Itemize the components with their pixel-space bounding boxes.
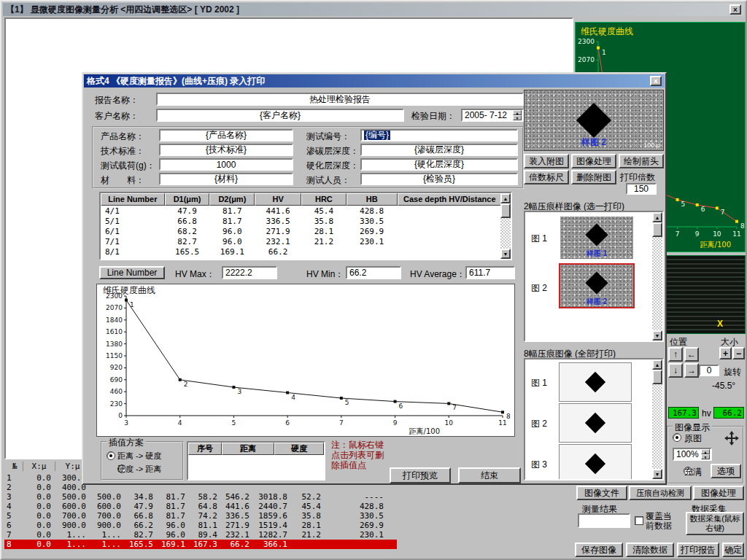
move-up-button[interactable]: ↑ (668, 347, 683, 362)
table-row[interactable]: 5/166.881.7336.535.8330.5 (101, 216, 502, 226)
scroll-down-button[interactable]: ▼ (652, 330, 662, 341)
product-name-field[interactable]: {产品名称} (159, 129, 293, 141)
indent-list-item3[interactable] (559, 444, 632, 481)
test-number-field[interactable]: {编号} (360, 129, 518, 141)
table-row[interactable]: 80.01...1...165.5169.1167.366.2366.1 (4, 540, 397, 549)
sample-list-item1[interactable]: 样图 1 (559, 215, 635, 260)
table-row[interactable]: 8/1165.5169.166.2 (101, 246, 502, 257)
interp-table[interactable]: 序号距离硬度 (187, 441, 325, 481)
scroll-up-button[interactable]: ▲ (500, 193, 511, 203)
image-process-label: 图像处理 (701, 487, 736, 499)
date-spin-down-icon[interactable]: ▼ (513, 115, 522, 120)
indent-list-scrollbar[interactable]: ▲ ▼ (652, 359, 662, 479)
results-grid-header-row[interactable]: Line NumberD1(μm)D2(μm)HVHRCHBCase depth… (101, 193, 502, 206)
sample-image-caption: 样图 2 (525, 136, 663, 149)
table-cell: 1519.4 (254, 521, 292, 530)
pan-move-icon[interactable] (724, 430, 740, 446)
move-right-button[interactable]: → (684, 363, 699, 378)
table-cell: 269.9 (347, 227, 398, 236)
sample-list-item2-selected[interactable]: 样图 2 (559, 263, 635, 308)
scrollbar-thumb[interactable] (652, 222, 662, 237)
original-image-radio[interactable] (673, 433, 681, 442)
hv-max-field[interactable]: 2222.2 (222, 266, 277, 279)
ok-button[interactable]: 确定 (722, 542, 744, 557)
print-scale-field[interactable]: 150 (626, 183, 657, 195)
scale-ruler-button[interactable]: 倍数标尺 (524, 170, 569, 184)
table-row[interactable]: 7/182.796.0232.121.2230.1 (101, 236, 502, 246)
tech-standard-field[interactable]: {技术标准} (159, 144, 293, 156)
spin-down-icon[interactable]: ▼ (701, 454, 710, 459)
hv-min-field[interactable]: 66.2 (346, 266, 401, 279)
scrollbar-track[interactable] (652, 222, 662, 330)
table-row[interactable]: 6/168.296.0271.928.1269.9 (101, 226, 502, 236)
table-cell: 336.5 (222, 511, 254, 521)
load-attach-image-button[interactable]: 装入附图 (524, 154, 569, 168)
scroll-down-button[interactable]: ▼ (652, 469, 662, 479)
table-cell: 52.2 (292, 492, 325, 502)
table-row[interactable]: 60.0900.0900.066.296.081.1271.91519.428.… (4, 521, 397, 530)
date-spin-up-icon[interactable]: ▲ (513, 110, 522, 115)
scrollbar-track[interactable] (652, 370, 662, 469)
size-decrease-button[interactable]: − (732, 347, 745, 359)
image-process-button-dialog[interactable]: 图像处理 (571, 154, 616, 168)
options-button[interactable]: 选项 (711, 464, 741, 478)
image-process-button[interactable]: 图像处理 (693, 486, 744, 500)
spin-up-icon[interactable]: ▲ (701, 449, 710, 454)
results-grid-body: 4/147.981.7441.645.4428.85/166.881.7336.… (101, 206, 502, 257)
tester-field[interactable]: {检验员} (360, 173, 518, 185)
clear-data-button[interactable]: 清除数据 (626, 542, 674, 557)
rotate-value-field[interactable]: 0 (699, 365, 719, 376)
acquire-data-button[interactable]: 数据采集(鼠标右键) (686, 512, 744, 535)
table-row[interactable]: 40.0600.0600.047.981.764.8441.62440.745.… (4, 502, 397, 511)
inspect-date-field[interactable]: 2005- 7-12 ▲ ▼ (461, 109, 524, 122)
hv-average-value: 611.7 (469, 268, 490, 278)
image-file-button[interactable]: 图像文件 (576, 486, 627, 500)
date-spinner[interactable]: ▲ ▼ (513, 110, 522, 120)
draw-arrow-button[interactable]: 绘制箭头 (619, 154, 664, 168)
report-name-field[interactable]: 热处理检验报告 (156, 93, 524, 106)
scrollbar-thumb[interactable] (652, 370, 662, 384)
scrollbar-track[interactable] (500, 203, 511, 249)
sample-list-scrollbar[interactable]: ▲ ▼ (652, 212, 662, 341)
results-grid-scrollbar[interactable]: ▲ ▼ (500, 193, 511, 259)
indent-auto-detect-button[interactable]: 压痕自动检测 (629, 486, 692, 500)
inspect-date-label: 检验日期： (411, 110, 455, 122)
dialog-close-button[interactable]: × (650, 76, 662, 86)
table-row[interactable]: 30.0500.0500.034.881.758.2546.23018.852.… (4, 492, 397, 502)
main-close-button[interactable]: × (729, 4, 741, 15)
scroll-up-button[interactable]: ▲ (652, 212, 662, 222)
line-number-button[interactable]: Line Number (99, 266, 165, 279)
hv-average-field[interactable]: 611.7 (465, 266, 515, 279)
end-button[interactable]: 结束 (458, 467, 521, 483)
save-image-button[interactable]: 保存图像 (575, 542, 623, 557)
hardness-curve-chart-box: 维氏硬度曲线2300207018401610138011509206904602… (96, 284, 515, 437)
overwrite-checkbox[interactable] (635, 516, 643, 525)
delete-attach-image-button[interactable]: 删除附图 (571, 170, 616, 184)
print-report-button[interactable]: 打印报告 (677, 542, 719, 557)
hardened-depth-field[interactable]: {硬化层深度} (360, 158, 518, 171)
table-cell: 47.9 (125, 502, 158, 511)
interp-distance-to-hardness-radio[interactable] (107, 451, 115, 460)
indent-list-item1[interactable] (559, 362, 632, 402)
table-row[interactable]: 70.01...1...82.796.089.4232.11282.721.22… (4, 530, 397, 540)
sample-image[interactable]: 样图 2 100 μ (524, 90, 664, 151)
scroll-down-button[interactable]: ▼ (500, 249, 511, 259)
table-row[interactable]: 50.0700.0700.066.881.774.2336.51859.635.… (4, 511, 397, 521)
customer-name-field[interactable]: {客户名称} (156, 109, 404, 122)
carburized-depth-field[interactable]: {渗碳层深度} (360, 144, 518, 156)
size-increase-button[interactable]: + (719, 347, 732, 359)
indent-list-item2[interactable] (559, 403, 632, 443)
zoom-spinner[interactable]: ▲ ▼ (701, 449, 710, 459)
scrollbar-thumb[interactable] (500, 203, 511, 218)
scroll-up-button[interactable]: ▲ (652, 359, 662, 370)
print-preview-button[interactable]: 打印预览 (390, 467, 451, 483)
report-name-value: 热处理检验报告 (309, 93, 371, 106)
test-load-field[interactable]: 1000 (159, 158, 293, 171)
material-field[interactable]: {材料} (159, 173, 293, 185)
measure-result-field[interactable] (578, 513, 630, 528)
move-left-button[interactable]: ← (684, 347, 699, 362)
table-row[interactable]: 4/147.981.7441.645.4428.8 (101, 206, 502, 216)
zoom-level-field[interactable]: 100% ▲ ▼ (673, 448, 712, 461)
move-down-button[interactable]: ↓ (668, 363, 683, 378)
interp-table-header-row[interactable]: 序号距离硬度 (188, 443, 324, 455)
